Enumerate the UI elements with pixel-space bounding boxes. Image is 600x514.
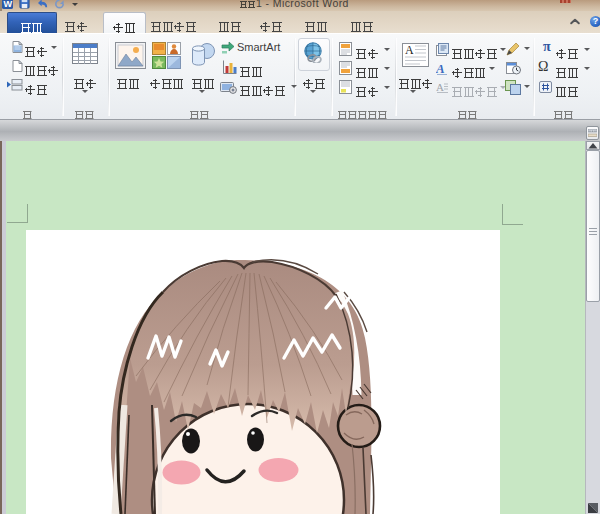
- svg-text:W: W: [3, 0, 12, 9]
- svg-text:A: A: [405, 43, 414, 57]
- svg-text:A: A: [436, 62, 445, 75]
- svg-text:A: A: [436, 81, 444, 93]
